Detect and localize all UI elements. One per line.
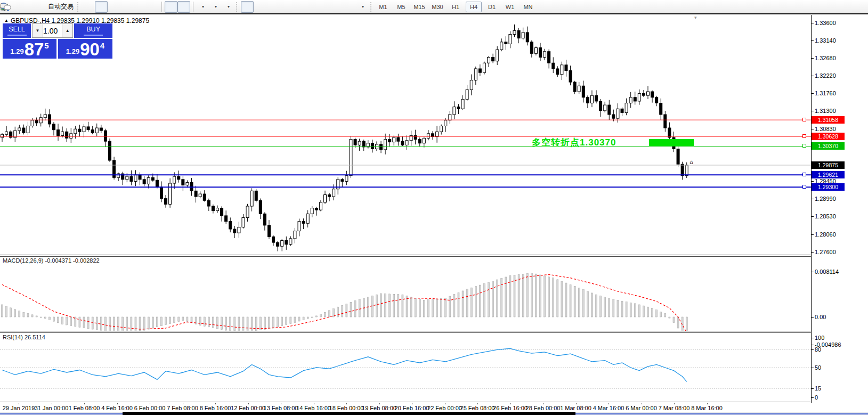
- chart-shift-button[interactable]: [177, 1, 190, 13]
- rsi-axis-tick-label: 0: [815, 394, 818, 401]
- macd-chart-svg[interactable]: [0, 256, 811, 331]
- candle-bear: [207, 200, 210, 206]
- macd-histogram-bar: [518, 274, 520, 317]
- line-handle[interactable]: [802, 118, 806, 121]
- time-axis[interactable]: 29 Jan 201931 Jan 00:001 Feb 08:004 Feb …: [0, 403, 811, 412]
- templates-button[interactable]: ▾: [222, 1, 234, 13]
- cursor-button[interactable]: [241, 1, 254, 13]
- time-axis-tick: [150, 403, 150, 404]
- main-toolbar: 单 自动交易: [0, 0, 868, 14]
- timeframe-button-m1[interactable]: M1: [375, 2, 391, 12]
- bottom-black-bar: [123, 412, 575, 415]
- timeframe-button-h4[interactable]: H4: [466, 2, 482, 12]
- new-chart-button[interactable]: [19, 1, 31, 13]
- candle-bull: [173, 176, 176, 183]
- price-axis-tick: [811, 181, 814, 182]
- time-axis-tick: [117, 403, 118, 404]
- macd-histogram-bar: [294, 317, 296, 322]
- line-handle[interactable]: [802, 134, 806, 138]
- macd-histogram-bar: [380, 294, 382, 317]
- chat-icon[interactable]: [0, 2, 12, 12]
- line-handle[interactable]: [802, 185, 806, 189]
- time-axis-label: 26 Feb 16:00: [493, 405, 528, 411]
- macd-histogram-bar: [315, 316, 317, 317]
- timeframe-button-m30[interactable]: M30: [429, 2, 445, 12]
- toolbar-grip: [236, 2, 238, 12]
- timeframe-button-h1[interactable]: H1: [448, 2, 464, 12]
- tile-windows-button[interactable]: [146, 1, 159, 13]
- candle-bull: [638, 94, 640, 101]
- zoom-in-button[interactable]: [120, 1, 133, 13]
- macd-histogram-bar: [204, 317, 205, 326]
- candle-bear: [354, 140, 356, 145]
- annotation-highlight-rect[interactable]: [649, 139, 694, 146]
- macd-histogram-bar: [436, 299, 438, 317]
- timeframe-button-d1[interactable]: D1: [484, 2, 500, 12]
- candle-bull: [393, 137, 395, 142]
- candle-bear: [225, 216, 228, 222]
- candle-bear: [130, 176, 133, 181]
- text-label-button[interactable]: T: [343, 1, 356, 13]
- candle-bear: [233, 229, 236, 233]
- line-handle[interactable]: [802, 144, 806, 148]
- candle-bull: [522, 32, 524, 38]
- timeframe-button-mn[interactable]: MN: [520, 2, 536, 12]
- timeframe-button-m15[interactable]: M15: [411, 2, 427, 12]
- macd-histogram-bar: [242, 317, 244, 331]
- time-axis-label: 12 Feb 00:00: [231, 405, 265, 411]
- rsi-chart-svg[interactable]: [0, 332, 811, 402]
- time-axis-label: 19 Feb 08:00: [362, 405, 396, 411]
- line-handle[interactable]: [802, 173, 806, 176]
- horizontal-line-button[interactable]: [279, 1, 292, 13]
- auto-scroll-button[interactable]: [165, 1, 177, 13]
- time-axis-label: 1 Mar 08:00: [560, 405, 591, 411]
- annotation-text[interactable]: 多空转折点1.30370: [532, 136, 616, 149]
- time-axis-tick: [84, 403, 85, 404]
- line-chart-button[interactable]: [108, 1, 120, 13]
- time-axis-tick: [346, 403, 347, 404]
- candle-bull: [444, 120, 447, 126]
- timeframe-button-w1[interactable]: W1: [502, 2, 518, 12]
- candle-bear: [78, 129, 81, 132]
- mt4-window: 单 自动交易: [0, 0, 868, 415]
- auto-trading-button[interactable]: 自动交易: [44, 1, 76, 13]
- candle-bear: [151, 177, 154, 180]
- candle-bull: [350, 140, 352, 176]
- periods-button[interactable]: ▾: [209, 1, 222, 13]
- text-button[interactable]: A: [330, 1, 343, 13]
- price-axis-tick-label: 1.30830: [815, 126, 836, 132]
- macd-histogram-bar: [199, 317, 201, 326]
- macd-histogram-bar: [522, 274, 524, 317]
- price-axis-tick: [811, 199, 814, 199]
- price-axis-tick: [811, 23, 814, 23]
- vertical-line-button[interactable]: [266, 1, 279, 13]
- macd-histogram-bar: [526, 273, 528, 317]
- fibonacci-button[interactable]: F: [318, 1, 330, 13]
- candle-bull: [169, 183, 172, 204]
- macd-histogram-bar: [613, 299, 614, 317]
- macd-histogram-bar: [58, 317, 59, 323]
- candle-bear: [263, 214, 266, 225]
- price-axis-tick-label: 1.33140: [815, 37, 836, 44]
- equidistant-channel-button[interactable]: E: [305, 1, 318, 13]
- time-axis-tick: [52, 403, 52, 404]
- arrows-button[interactable]: ▾: [356, 1, 369, 13]
- trendline-button[interactable]: [292, 1, 305, 13]
- bar-chart-button[interactable]: [82, 1, 95, 13]
- price-axis-tick: [811, 129, 814, 129]
- candle-bear: [182, 180, 184, 185]
- macd-histogram-bar: [44, 317, 46, 319]
- macd-histogram-bar: [466, 289, 468, 317]
- candle-bull: [311, 208, 313, 214]
- signals-button[interactable]: [31, 1, 44, 13]
- candle-bear: [177, 176, 180, 180]
- crosshair-button[interactable]: [254, 1, 266, 13]
- candlestick-chart-button[interactable]: [95, 1, 108, 13]
- time-axis-tick: [477, 403, 478, 404]
- indicators-button[interactable]: ▾: [196, 1, 209, 13]
- zoom-out-button[interactable]: [133, 1, 146, 13]
- macd-histogram-bar: [492, 281, 494, 317]
- timeframe-button-m5[interactable]: M5: [393, 2, 409, 12]
- price-chart-svg[interactable]: [0, 14, 811, 255]
- candle-bull: [500, 42, 503, 50]
